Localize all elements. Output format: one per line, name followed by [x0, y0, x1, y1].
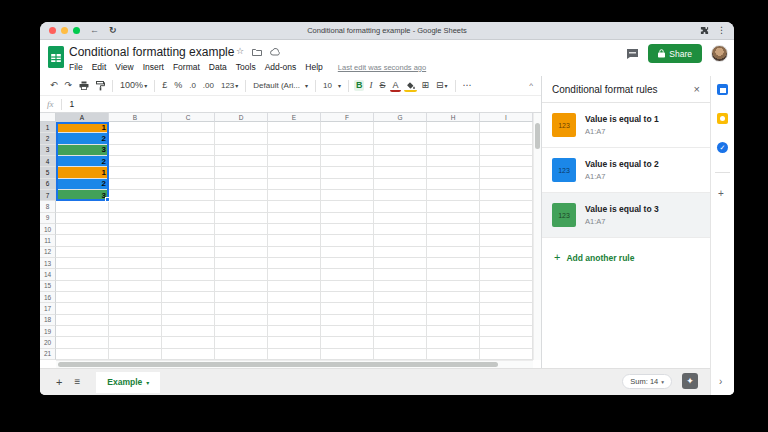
cell-B2[interactable]	[109, 133, 162, 144]
zoom-select[interactable]: 100%▾	[118, 80, 149, 91]
cell-E4[interactable]	[268, 156, 321, 167]
cell-A10[interactable]	[56, 224, 109, 235]
cell-G16[interactable]	[374, 292, 427, 303]
tasks-icon[interactable]: ✓	[717, 142, 728, 153]
select-all-corner[interactable]	[40, 113, 56, 122]
move-folder-icon[interactable]	[252, 48, 262, 56]
cell-E5[interactable]	[268, 167, 321, 178]
row-header-9[interactable]: 9	[40, 213, 56, 224]
cell-I19[interactable]	[480, 326, 533, 337]
cell-H19[interactable]	[427, 326, 480, 337]
undo-icon[interactable]: ↶	[48, 80, 60, 91]
cell-I20[interactable]	[480, 337, 533, 348]
tab-dropdown-icon[interactable]: ▾	[146, 379, 149, 386]
cell-D21[interactable]	[215, 349, 268, 360]
font-size-select[interactable]: 10▾	[321, 81, 343, 91]
row-header-15[interactable]: 15	[40, 281, 56, 292]
cell-E9[interactable]	[268, 213, 321, 224]
cell-H15[interactable]	[427, 281, 480, 292]
cell-H12[interactable]	[427, 247, 480, 258]
cell-E13[interactable]	[268, 258, 321, 269]
cell-H13[interactable]	[427, 258, 480, 269]
cell-H21[interactable]	[427, 349, 480, 360]
row-header-2[interactable]: 2	[40, 133, 56, 144]
cell-F1[interactable]	[321, 122, 374, 133]
cell-C4[interactable]	[162, 156, 215, 167]
cell-I1[interactable]	[480, 122, 533, 133]
cell-A17[interactable]	[56, 303, 109, 314]
last-edit-link[interactable]: Last edit was seconds ago	[338, 63, 426, 72]
document-title[interactable]: Conditional formatting example	[69, 45, 234, 59]
menu-tools[interactable]: Tools	[236, 62, 256, 72]
rule-card-1[interactable]: 123Value is equal to 1A1:A7	[542, 103, 710, 148]
cell-I18[interactable]	[480, 315, 533, 326]
cell-D14[interactable]	[215, 269, 268, 280]
cell-E18[interactable]	[268, 315, 321, 326]
close-panel-icon[interactable]: ×	[694, 83, 700, 95]
cell-G1[interactable]	[374, 122, 427, 133]
cell-E21[interactable]	[268, 349, 321, 360]
cell-H6[interactable]	[427, 179, 480, 190]
cell-D17[interactable]	[215, 303, 268, 314]
row-header-12[interactable]: 12	[40, 247, 56, 258]
cell-H17[interactable]	[427, 303, 480, 314]
sum-dropdown[interactable]: Sum: 14 ▾	[622, 374, 672, 389]
cell-A3[interactable]: 3	[56, 145, 109, 156]
cell-F3[interactable]	[321, 145, 374, 156]
row-header-13[interactable]: 13	[40, 258, 56, 269]
cell-C17[interactable]	[162, 303, 215, 314]
strikethrough-button[interactable]: S	[377, 80, 387, 91]
cell-I17[interactable]	[480, 303, 533, 314]
menu-edit[interactable]: Edit	[92, 62, 107, 72]
cell-A19[interactable]	[56, 326, 109, 337]
cell-H5[interactable]	[427, 167, 480, 178]
cell-I12[interactable]	[480, 247, 533, 258]
cell-E16[interactable]	[268, 292, 321, 303]
cell-A13[interactable]	[56, 258, 109, 269]
cell-F7[interactable]	[321, 190, 374, 201]
cell-C9[interactable]	[162, 213, 215, 224]
cell-A11[interactable]	[56, 235, 109, 246]
cell-H4[interactable]	[427, 156, 480, 167]
keep-icon[interactable]	[717, 113, 728, 124]
cell-F14[interactable]	[321, 269, 374, 280]
column-header-A[interactable]: A	[56, 113, 109, 122]
menu-format[interactable]: Format	[173, 62, 200, 72]
row-header-10[interactable]: 10	[40, 224, 56, 235]
cell-H2[interactable]	[427, 133, 480, 144]
row-header-1[interactable]: 1	[40, 122, 56, 133]
column-header-H[interactable]: H	[427, 113, 480, 122]
cell-H10[interactable]	[427, 224, 480, 235]
cell-G19[interactable]	[374, 326, 427, 337]
cell-D3[interactable]	[215, 145, 268, 156]
cell-G17[interactable]	[374, 303, 427, 314]
cell-F13[interactable]	[321, 258, 374, 269]
increase-decimal-button[interactable]: .00	[201, 81, 216, 91]
all-sheets-icon[interactable]: ≡	[74, 377, 80, 387]
cell-D8[interactable]	[215, 201, 268, 212]
cell-D1[interactable]	[215, 122, 268, 133]
cell-A1[interactable]: 1	[56, 122, 109, 133]
cell-C20[interactable]	[162, 337, 215, 348]
cell-H9[interactable]	[427, 213, 480, 224]
explore-button[interactable]: ✦	[682, 373, 698, 389]
cell-I13[interactable]	[480, 258, 533, 269]
horizontal-scrollbar[interactable]: ◂ ▸	[56, 360, 533, 368]
row-header-16[interactable]: 16	[40, 292, 56, 303]
cell-D15[interactable]	[215, 281, 268, 292]
cell-A6[interactable]: 2	[56, 179, 109, 190]
cell-B9[interactable]	[109, 213, 162, 224]
cell-F16[interactable]	[321, 292, 374, 303]
row-header-21[interactable]: 21	[40, 349, 56, 360]
cell-C3[interactable]	[162, 145, 215, 156]
cell-H11[interactable]	[427, 235, 480, 246]
row-header-17[interactable]: 17	[40, 303, 56, 314]
cell-G14[interactable]	[374, 269, 427, 280]
cell-F20[interactable]	[321, 337, 374, 348]
menu-insert[interactable]: Insert	[143, 62, 164, 72]
cell-B8[interactable]	[109, 201, 162, 212]
cell-F4[interactable]	[321, 156, 374, 167]
bold-button[interactable]: B	[354, 80, 365, 91]
cell-H1[interactable]	[427, 122, 480, 133]
cell-I2[interactable]	[480, 133, 533, 144]
